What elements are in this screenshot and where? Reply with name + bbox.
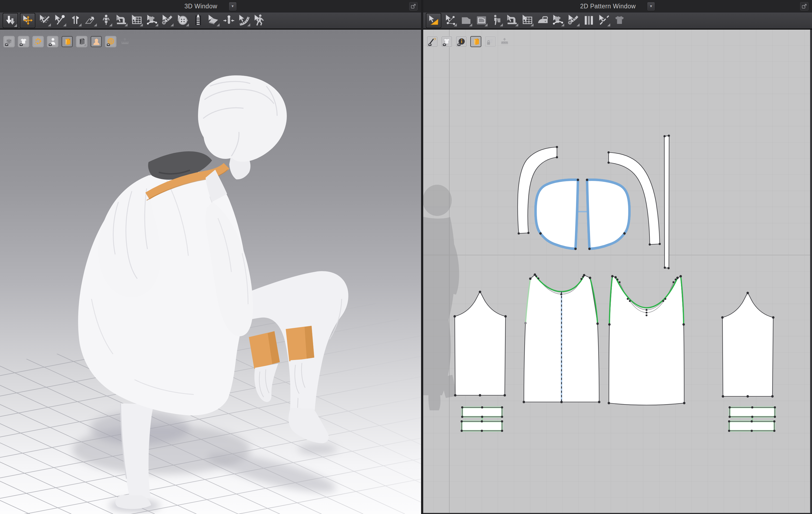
toggle-show-garment-3d-icon[interactable] [18, 36, 29, 47]
hoodie-garment[interactable] [78, 151, 253, 415]
titlebar-2d: 2D Pattern Window ▼ [423, 0, 812, 12]
toggle-show-avatar-skin-icon[interactable] [91, 36, 102, 47]
tool-tape-measure-icon[interactable] [236, 13, 252, 28]
pattern-canvas [423, 30, 812, 514]
popout-icon [802, 3, 807, 9]
2d-window-popout-button[interactable] [800, 2, 809, 10]
toggle-show-pattern-paper-dark-icon[interactable] [76, 36, 87, 47]
tool-select-move-icon[interactable] [20, 13, 35, 28]
window-frame-right [810, 30, 812, 514]
tool-flatten-icon[interactable] [206, 13, 221, 28]
tool-pattern-on-avatar-icon[interactable] [489, 13, 504, 28]
application-window: 3D Window ▼ [0, 0, 812, 514]
pattern-piece-sleeve-left[interactable] [455, 292, 505, 395]
tool-create-pattern-icon[interactable] [459, 13, 474, 28]
toolbar-2d [423, 12, 812, 30]
3d-window-popout-button[interactable] [409, 2, 417, 10]
tool-fabric-2d-icon[interactable] [566, 13, 581, 28]
pattern-piece-bodice-back[interactable] [609, 276, 684, 405]
tool-finished-garment-icon[interactable] [612, 13, 627, 28]
pattern-piece-hood-panel-left[interactable] [536, 180, 578, 249]
toggle-show-avatar-icon[interactable] [47, 36, 58, 47]
toggle-show-pattern-paper-icon[interactable] [62, 36, 72, 47]
pane-2d-pattern-window: 2D Pattern Window ▼ [423, 0, 812, 514]
tool-mesh-grid-icon[interactable] [129, 13, 144, 28]
tool-pin-move-icon[interactable] [221, 13, 236, 28]
pattern-piece-cuff-left-bottom[interactable] [462, 422, 502, 431]
toolbar-3d [0, 12, 421, 30]
viewport-2d-pattern[interactable] [423, 30, 812, 514]
tool-arrange-garment-icon[interactable] [68, 13, 83, 28]
toggle-show-pattern-paper-2d-icon[interactable] [470, 36, 481, 47]
pane-3d-window: 3D Window ▼ [0, 0, 421, 514]
avatar-silhouette-2d [423, 185, 459, 410]
tool-transform-pattern-icon[interactable] [426, 13, 441, 28]
tool-fold-arrangement-icon[interactable] [83, 13, 98, 28]
tool-iron-icon[interactable] [535, 13, 550, 28]
tool-pattern-trim-icon[interactable] [144, 13, 160, 28]
tool-zipper-icon[interactable] [191, 13, 206, 28]
pattern-piece-sleeve-right[interactable] [722, 293, 773, 396]
pane-title-2d: 2D Pattern Window [580, 3, 636, 10]
toggle-ground-measure-2d-icon [499, 36, 511, 47]
tool-fabric-texture-icon[interactable] [160, 13, 175, 28]
titlebar-3d: 3D Window ▼ [0, 0, 421, 12]
toggle-show-pattern-info-icon[interactable] [456, 36, 467, 47]
pane-title-3d: 3D Window [184, 3, 217, 10]
pane-divider[interactable] [421, 0, 423, 514]
toggle-lock-garment-2d-icon [485, 36, 496, 47]
window-frame-bottom [423, 513, 812, 514]
chevron-down-icon: ▼ [649, 4, 653, 8]
tool-pleats-icon[interactable] [581, 13, 597, 28]
popout-icon [411, 3, 416, 9]
tool-internal-shapes-icon[interactable] [520, 13, 535, 28]
tool-edit-sewing-3d-icon[interactable] [114, 13, 129, 28]
pattern-piece-placket-strip[interactable] [664, 136, 669, 268]
tool-simulate-icon[interactable] [3, 13, 18, 28]
tool-edit-pattern-points-icon[interactable] [443, 13, 459, 28]
toggle-ground-measure-3d-icon [120, 36, 131, 47]
toggle-show-seam-points-icon[interactable] [33, 36, 44, 47]
chevron-down-icon: ▼ [231, 4, 234, 8]
tool-create-rect-pattern-icon[interactable] [474, 13, 489, 28]
tool-avatar-pose-icon[interactable] [98, 13, 114, 28]
pattern-piece-cuff-left-top[interactable] [462, 407, 502, 417]
toggle-show-3d-objects-icon[interactable] [3, 36, 14, 47]
pattern-piece-cuff-right-bottom[interactable] [729, 422, 774, 431]
toggle-show-texture-globe-icon[interactable] [105, 36, 116, 47]
3d-window-menu-dropdown[interactable]: ▼ [229, 2, 237, 11]
pattern-piece-hood-panel-right[interactable] [587, 180, 629, 249]
avatar-hair [198, 75, 287, 162]
toggle-show-garment-2d-icon[interactable] [441, 36, 452, 47]
tool-pin-icon[interactable] [53, 13, 68, 28]
tool-button-tool-icon[interactable] [175, 13, 191, 28]
tool-walk-pose-icon[interactable] [252, 13, 267, 28]
2d-window-menu-dropdown[interactable]: ▼ [647, 2, 655, 11]
3d-scene [0, 30, 421, 514]
display-toggles-2d [427, 36, 511, 47]
tool-trim-2d-icon[interactable] [550, 13, 566, 28]
tool-baste-icon[interactable] [597, 13, 612, 28]
viewport-3d[interactable] [0, 30, 421, 514]
pattern-piece-cuff-right-top[interactable] [730, 407, 775, 417]
tool-edit-sewing-2d-icon[interactable] [504, 13, 520, 28]
tool-select-mesh-brush-icon[interactable] [37, 13, 53, 28]
display-toggles-3d [3, 36, 131, 47]
toggle-show-pins-2d-icon[interactable] [427, 36, 438, 47]
